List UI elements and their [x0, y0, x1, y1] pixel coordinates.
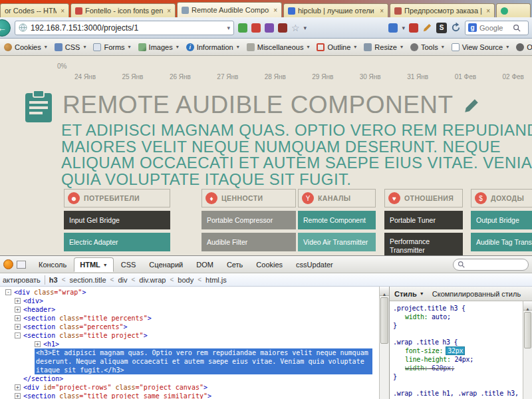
tab-close-icon[interactable]: ×	[166, 7, 171, 15]
style-scrollbar[interactable]	[523, 301, 532, 399]
extension-icon-blue[interactable]	[388, 23, 398, 33]
html-tree-row[interactable]: -<div class="wrap">	[0, 288, 379, 297]
css-property-editing[interactable]: font-size:32px	[393, 346, 523, 355]
breadcrumb-item[interactable]: html.js	[205, 276, 227, 284]
webdev-menu-tools[interactable]: Tools	[410, 43, 444, 51]
canvas-card[interactable]: Performance Transmitter	[384, 233, 463, 255]
refresh-icon[interactable]	[451, 23, 461, 33]
expand-icon[interactable]: +	[15, 324, 21, 330]
computed-style-tab[interactable]: Скомпилированный стиль	[432, 290, 521, 298]
scroll-up-button[interactable]	[380, 287, 389, 296]
browser-tab-partial[interactable]	[496, 3, 531, 17]
canvas-card[interactable]: Remote Component	[298, 211, 376, 229]
css-selector[interactable]: .wrap .title h1, .wrap .title h3,	[393, 389, 523, 398]
extensions-dropdown-icon[interactable]: ▾	[304, 25, 307, 31]
firebug-tab-net[interactable]: Сеть	[221, 258, 249, 271]
webdev-menu-cookies[interactable]: Cookies	[4, 43, 47, 51]
back-button[interactable]: ←	[0, 19, 11, 37]
url-text[interactable]: 192.168.7.151:3000/projects/1	[31, 23, 138, 33]
css-selector[interactable]: .project.title h3 {	[393, 304, 523, 313]
expand-icon[interactable]: +	[15, 393, 21, 399]
webdev-menu-css[interactable]: CSS	[55, 43, 86, 51]
tree-scrollbar[interactable]	[379, 287, 389, 399]
firebug-tab-cssupdater[interactable]: cssUpdater	[290, 258, 339, 271]
webdev-menu-outline[interactable]: Outline	[317, 43, 356, 51]
edit-button[interactable]: актировать	[3, 276, 41, 284]
extension-icon-purple[interactable]	[265, 23, 274, 33]
scrollbar-thumb[interactable]	[524, 312, 531, 348]
html-tree-row[interactable]: +<header>	[0, 305, 379, 314]
browser-tab[interactable]: or Codes -- HTML ... ×	[0, 3, 69, 17]
firebug-tab-cookies[interactable]: Cookies	[250, 258, 289, 271]
edit-pencil-icon[interactable]	[422, 23, 432, 33]
webdev-menu-view-source[interactable]: View Source	[452, 43, 509, 51]
browser-tab[interactable]: Предпросмотр заказа | HI... ×	[390, 3, 495, 17]
browser-tab-active[interactable]: Remote Audible Compone... ×	[177, 2, 282, 17]
scroll-up-button[interactable]	[523, 301, 532, 311]
css-property[interactable]: line-height: 24px;	[393, 355, 523, 364]
scrollbar-thumb[interactable]	[380, 297, 388, 344]
canvas-card[interactable]: Output Bridge	[471, 211, 532, 229]
extension-icon-red[interactable]	[251, 23, 261, 33]
canvas-card[interactable]: Audible Tag Transmitter	[471, 233, 532, 251]
breadcrumb-item[interactable]: section.title	[70, 276, 106, 284]
css-property[interactable]: width: auto;	[393, 313, 523, 321]
browser-tab[interactable]: hipclub | лучшие отели м... ×	[283, 3, 388, 17]
tab-close-icon[interactable]: ×	[272, 7, 277, 14]
html-tree-selected-node[interactable]: <h3>Et adipisci magnam quas. Optio vero …	[35, 348, 372, 374]
html-tree-row[interactable]: +<section class="percents">	[0, 323, 379, 331]
extension-icon-green[interactable]	[238, 23, 247, 33]
html-tree-row[interactable]: +<div id="project-rows" class="project c…	[0, 383, 379, 392]
breadcrumb-item[interactable]: body	[178, 276, 194, 284]
expand-icon[interactable]: +	[15, 298, 21, 304]
style-tab[interactable]: Стиль▼	[394, 290, 424, 298]
html-tree-row[interactable]: +<section class="title percents">	[0, 314, 379, 323]
firebug-tab-dom[interactable]: DOM	[190, 258, 219, 271]
extension-icon-darkred[interactable]	[278, 23, 287, 33]
css-value-editor[interactable]: 32px	[446, 347, 464, 354]
webdev-menu-resize[interactable]: Resize	[364, 43, 403, 51]
canvas-card[interactable]: Electric Adapter	[64, 233, 170, 251]
canvas-card[interactable]: Audible Filter	[201, 233, 296, 251]
html-tree-row[interactable]: +<h1>	[0, 340, 379, 348]
breadcrumb-item[interactable]: div.wrap	[139, 276, 166, 284]
firebug-search-input[interactable]	[467, 261, 524, 269]
css-selector[interactable]: .wrap .title h3 {	[393, 338, 523, 346]
expand-icon[interactable]: +	[15, 315, 21, 321]
tab-close-icon[interactable]: ×	[59, 7, 65, 15]
html-tree-row[interactable]: -<section class="title project">	[0, 331, 379, 340]
canvas-card[interactable]: Video Air Transmitter	[298, 233, 376, 251]
panel-list-icon[interactable]	[17, 261, 26, 269]
breadcrumb-item[interactable]: h3	[49, 276, 58, 284]
html-tree-row[interactable]: </section>	[0, 374, 379, 383]
firebug-tab-console[interactable]: Консоль	[33, 258, 72, 271]
search-input[interactable]	[479, 24, 510, 32]
webdev-menu-images[interactable]: Images	[138, 43, 179, 51]
canvas-card[interactable]: Input Gel Bridge	[64, 211, 170, 229]
expand-icon[interactable]: +	[15, 384, 21, 390]
html-tree-row[interactable]: +<section class="title project same simi…	[0, 392, 379, 399]
webdev-menu-information[interactable]: Information	[186, 43, 239, 51]
firebug-tab-css[interactable]: CSS	[115, 258, 142, 271]
webdev-menu-forms[interactable]: Forms	[93, 43, 130, 51]
stylish-icon[interactable]: S	[436, 23, 447, 33]
search-magnifier-icon[interactable]	[513, 24, 521, 32]
expand-icon[interactable]: +	[35, 341, 41, 347]
breadcrumb-item[interactable]: div	[118, 276, 127, 284]
extension-dropdown-icon[interactable]: ▾	[402, 25, 405, 31]
firebug-tab-script[interactable]: Сценарий	[143, 258, 189, 271]
bookmark-star-icon[interactable]: ☆	[291, 23, 300, 33]
canvas-card[interactable]: Portable Tuner	[384, 211, 463, 229]
webdev-menu-miscellaneous[interactable]: Miscellaneous	[247, 43, 310, 51]
browser-tab[interactable]: Fontello - icon fonts genera... ×	[70, 3, 176, 17]
webdev-menu-options[interactable]: Options	[516, 43, 532, 51]
expand-icon[interactable]: +	[15, 307, 21, 313]
firebug-search-box[interactable]	[453, 259, 529, 271]
canvas-card[interactable]: Portable Compressor	[201, 211, 296, 229]
css-property-overridden[interactable]: width: 620px;	[393, 364, 523, 372]
firebug-icon[interactable]	[3, 259, 13, 269]
firebug-tab-html[interactable]: HTML▼	[74, 257, 113, 272]
tab-close-icon[interactable]: ×	[485, 7, 490, 15]
url-bar[interactable]: 192.168.7.151:3000/projects/1 ▾	[15, 21, 234, 35]
collapse-icon[interactable]: -	[5, 289, 11, 295]
